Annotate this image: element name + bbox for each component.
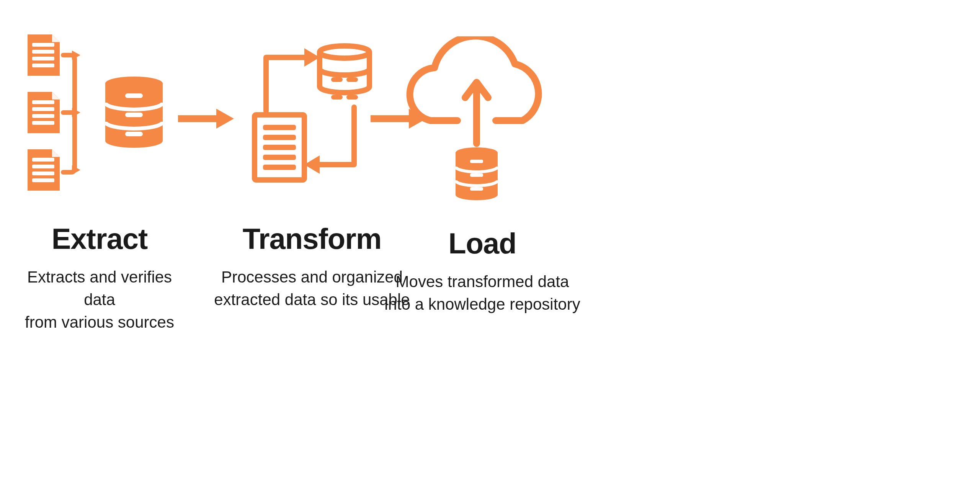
svg-rect-12 — [331, 77, 343, 82]
svg-rect-19 — [263, 145, 296, 150]
extract-graphic — [27, 34, 172, 195]
etl-diagram: Extract Extracts and verifies data from … — [0, 0, 980, 490]
arrow-1-icon — [178, 107, 235, 130]
extract-description: Extracts and verifies data from various … — [23, 266, 176, 333]
svg-rect-21 — [263, 165, 296, 170]
svg-point-26 — [456, 189, 498, 200]
svg-rect-15 — [346, 95, 358, 100]
svg-point-11 — [320, 46, 369, 58]
load-section: Load Moves transformed data into a knowl… — [379, 227, 586, 316]
svg-rect-29 — [470, 187, 483, 191]
svg-rect-18 — [263, 135, 296, 140]
svg-rect-20 — [263, 155, 296, 160]
load-description: Moves transformed data into a knowledge … — [379, 271, 586, 316]
transform-graphic — [243, 34, 381, 195]
svg-rect-17 — [263, 125, 296, 130]
svg-rect-13 — [346, 77, 358, 82]
load-graphic — [389, 36, 565, 205]
load-title: Load — [379, 227, 586, 260]
svg-rect-28 — [470, 173, 483, 177]
svg-rect-14 — [331, 95, 343, 100]
extract-title: Extract — [23, 222, 176, 255]
svg-rect-27 — [470, 160, 483, 163]
extract-section: Extract Extracts and verifies data from … — [23, 222, 176, 333]
